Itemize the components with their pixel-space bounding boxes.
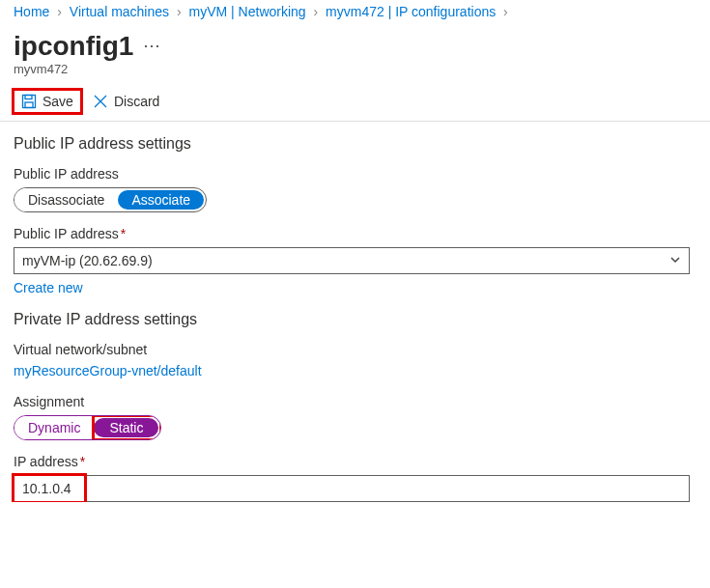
public-ip-toggle[interactable]: Disassociate Associate: [14, 187, 207, 212]
more-icon[interactable]: ···: [143, 37, 160, 56]
close-icon: [93, 94, 108, 109]
toolbar: Save Discard: [0, 86, 710, 122]
disassociate-button[interactable]: Disassociate: [14, 188, 118, 211]
public-ip-select[interactable]: myVM-ip (20.62.69.9): [14, 247, 690, 274]
svg-rect-2: [25, 102, 33, 108]
public-ip-select-label: Public IP address*: [14, 226, 696, 241]
dynamic-button[interactable]: Dynamic: [14, 416, 94, 439]
discard-button[interactable]: Discard: [85, 90, 167, 113]
svg-rect-1: [25, 96, 32, 99]
associate-button[interactable]: Associate: [118, 190, 204, 210]
save-icon: [21, 94, 37, 109]
breadcrumb-ipconfigs[interactable]: myvm472 | IP configurations: [326, 4, 496, 19]
breadcrumb-sep: ›: [57, 4, 62, 19]
breadcrumb-sep: ›: [177, 4, 182, 19]
required-icon: *: [121, 226, 126, 241]
chevron-down-icon: [669, 253, 681, 268]
ip-address-input[interactable]: [14, 475, 690, 502]
ip-address-label: IP address*: [14, 454, 696, 469]
public-ip-select-value: myVM-ip (20.62.69.9): [22, 253, 153, 268]
vnet-label: Virtual network/subnet: [14, 342, 696, 357]
assignment-label: Assignment: [14, 394, 696, 409]
breadcrumb-myvm-networking[interactable]: myVM | Networking: [189, 4, 306, 19]
assignment-toggle[interactable]: Dynamic Static: [14, 415, 161, 440]
page-title: ipconfig1: [14, 31, 133, 62]
breadcrumb-sep: ›: [503, 4, 508, 19]
save-label: Save: [43, 94, 73, 109]
breadcrumb: Home › Virtual machines › myVM | Network…: [0, 0, 710, 21]
save-button[interactable]: Save: [14, 90, 81, 113]
private-ip-section-title: Private IP address settings: [14, 311, 696, 328]
breadcrumb-home[interactable]: Home: [14, 4, 49, 19]
page-subtitle: myvm472: [0, 62, 710, 86]
discard-label: Discard: [114, 94, 159, 109]
breadcrumb-sep: ›: [314, 4, 319, 19]
public-ip-address-label: Public IP address: [14, 166, 696, 182]
create-new-link[interactable]: Create new: [14, 280, 83, 295]
vnet-value: myResourceGroup-vnet/default: [14, 363, 696, 378]
public-ip-section-title: Public IP address settings: [14, 135, 696, 153]
static-button[interactable]: Static: [94, 418, 158, 437]
breadcrumb-vms[interactable]: Virtual machines: [70, 4, 169, 19]
required-icon: *: [80, 454, 85, 469]
